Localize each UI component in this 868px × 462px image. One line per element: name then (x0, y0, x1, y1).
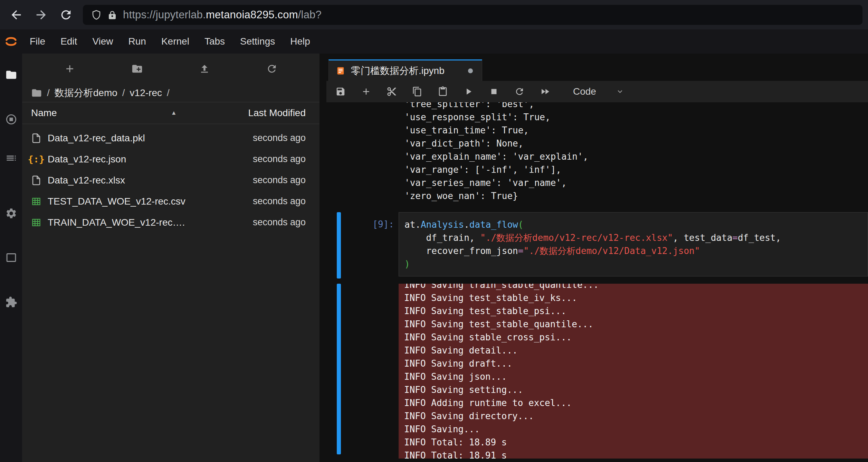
sidebar-table-of-contents-button[interactable] (3, 150, 19, 166)
tab-title: 零门槛数据分析.ipynb (351, 64, 445, 77)
chevron-down-icon (616, 87, 624, 96)
code-cell-editor[interactable]: at.Analysis.data_flow( df_train, "./数据分析… (399, 212, 868, 276)
file-list: Data_v12-rec_data.pklseconds ago{:}Data_… (22, 124, 319, 233)
file-row[interactable]: Data_v12-rec_data.pklseconds ago (22, 128, 319, 149)
output-line: 'var_series_name': 'var_name', (404, 176, 588, 189)
file-browser-icon (5, 69, 17, 81)
sidebar-running-sessions-button[interactable] (3, 111, 19, 128)
table-of-contents-icon (5, 152, 17, 164)
output-line: 'zero_woe_nan': True} (404, 189, 588, 202)
refresh-button[interactable] (262, 59, 282, 78)
output-line: 'use_train_time': True, (404, 124, 588, 137)
code-line: recover_from_json="./数据分析demo/v12/Data_v… (404, 244, 862, 257)
file-list-header: Name ▲ Last Modified (22, 102, 319, 124)
output-line: 'var_explain_name': 'var_explain', (404, 150, 588, 163)
save-button[interactable] (328, 82, 353, 101)
stderr-output: INFO Saving train_stable_quantile...INFO… (399, 284, 868, 459)
cut-button[interactable] (379, 82, 404, 101)
stop-button[interactable] (481, 82, 507, 101)
notebook-toolbar-buttons (328, 82, 558, 101)
forward-button[interactable] (30, 4, 52, 26)
run-button[interactable] (456, 82, 481, 101)
run-icon (463, 86, 474, 97)
menu-item-tabs[interactable]: Tabs (197, 29, 232, 54)
menu-item-run[interactable]: Run (121, 29, 154, 54)
file-row[interactable]: TRAIN_DATA_WOE_v12-rec….seconds ago (22, 212, 319, 233)
lock-icon[interactable] (107, 10, 117, 20)
notebook-content: 'tree_splitter': 'best','use_response_sp… (326, 102, 868, 462)
file-name: Data_v12-rec.json (48, 154, 247, 165)
output-line: INFO Saving train_stable_quantile... (404, 284, 862, 291)
refresh-icon (59, 8, 73, 22)
output-line: INFO Saving directory... (404, 409, 862, 423)
home-folder-icon[interactable] (31, 87, 42, 98)
back-button[interactable] (6, 4, 27, 26)
notebook-icon (336, 66, 345, 76)
settings-icon (5, 207, 17, 219)
new-folder-icon (131, 63, 143, 75)
column-header-name[interactable]: Name (31, 107, 57, 119)
breadcrumb-dir-2[interactable]: v12-rec (130, 87, 162, 98)
code-line: ) (404, 257, 862, 271)
menu-item-file[interactable]: File (22, 29, 53, 54)
tab-dirty-indicator[interactable] (468, 68, 473, 73)
refresh-button[interactable] (55, 4, 77, 26)
file-browser-toolbar (22, 54, 319, 84)
breadcrumb-separator: / (167, 87, 170, 98)
url-security-icons (91, 10, 117, 20)
copy-button[interactable] (404, 82, 430, 101)
output-line: 'var_range': ['-inf', 'inf'], (404, 163, 588, 176)
panel-icon (5, 252, 17, 264)
menu-item-view[interactable]: View (85, 29, 121, 54)
address-bar[interactable]: https://jupyterlab.metanoia8295.com/lab? (83, 5, 862, 25)
notebook-tab[interactable]: 零门槛数据分析.ipynb (328, 59, 482, 81)
csv-icon (31, 196, 41, 207)
output-line: INFO Saving test_stable_iv_ks... (404, 291, 862, 304)
sidebar-extensions-button[interactable] (3, 294, 19, 310)
add-button[interactable] (353, 82, 379, 101)
cut-icon (387, 86, 397, 97)
json-icon: {:} (31, 154, 41, 164)
menu-item-edit[interactable]: Edit (53, 29, 85, 54)
paste-button[interactable] (430, 82, 456, 101)
paste-icon (438, 86, 448, 97)
restart-button[interactable] (507, 82, 532, 101)
menu-item-kernel[interactable]: Kernel (154, 29, 197, 54)
jupyterlab-menu-bar: FileEditViewRunKernelTabsSettingsHelp (0, 29, 868, 54)
shield-icon[interactable] (91, 10, 102, 20)
new-folder-button[interactable] (127, 59, 147, 78)
add-icon (361, 86, 371, 97)
dock-tab-bar: 零门槛数据分析.ipynb (326, 54, 868, 81)
app-logo (0, 29, 22, 54)
sidebar-file-browser-button[interactable] (3, 66, 19, 83)
notebook-toolbar: Code (326, 81, 868, 103)
csv-icon (31, 217, 41, 228)
menu-item-help[interactable]: Help (283, 29, 318, 54)
run-all-button[interactable] (532, 82, 558, 101)
breadcrumb-separator: / (47, 87, 50, 98)
menu-item-settings[interactable]: Settings (232, 29, 283, 54)
output-line: INFO Saving stable_cross_psi... (404, 331, 862, 344)
file-icon (31, 133, 41, 143)
file-name: TRAIN_DATA_WOE_v12-rec…. (48, 217, 247, 228)
url-prefix: https://jupyterlab. (123, 9, 206, 21)
file-modified: seconds ago (253, 196, 306, 207)
column-header-modified[interactable]: Last Modified (248, 107, 306, 119)
file-row[interactable]: TEST_DATA_WOE_v12-rec.csvseconds ago (22, 191, 319, 212)
upload-button[interactable] (195, 59, 214, 78)
new-launcher-button[interactable] (60, 59, 79, 78)
upload-icon (199, 63, 210, 75)
file-row[interactable]: {:}Data_v12-rec.jsonseconds ago (22, 149, 319, 170)
cell-type-dropdown[interactable]: Code (573, 86, 624, 97)
breadcrumb-dir-1[interactable]: 数据分析demo (55, 86, 117, 100)
cell-output-text: 'tree_splitter': 'best','use_response_sp… (404, 102, 588, 202)
file-row[interactable]: Data_v12-rec.xlsxseconds ago (22, 170, 319, 191)
file-browser-panel: / 数据分析demo / v12-rec / Name ▲ Last Modif… (22, 54, 319, 462)
sidebar-settings-button[interactable] (3, 205, 19, 221)
browser-nav-buttons (6, 4, 77, 26)
copy-icon (412, 86, 422, 97)
output-collapser[interactable] (337, 284, 341, 454)
sidebar-panel-button[interactable] (3, 249, 19, 266)
browser-window: https://jupyterlab.metanoia8295.com/lab?… (0, 0, 868, 462)
run-all-icon (540, 86, 550, 97)
